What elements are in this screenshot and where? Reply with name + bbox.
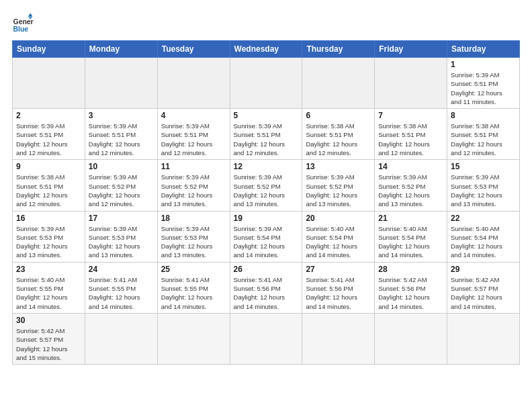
day-info: Sunrise: 5:38 AMSunset: 5:51 PMDaylight:… [451,122,516,157]
calendar-cell: 14Sunrise: 5:39 AMSunset: 5:52 PMDayligh… [375,160,447,211]
calendar-cell: 25Sunrise: 5:41 AMSunset: 5:55 PMDayligh… [157,262,230,313]
calendar-cell [230,313,302,364]
day-number: 22 [451,214,516,223]
day-info: Sunrise: 5:41 AMSunset: 5:55 PMDaylight:… [161,275,226,311]
day-number: 2 [16,111,81,120]
calendar-cell [230,58,302,109]
calendar-cell: 5Sunrise: 5:39 AMSunset: 5:51 PMDaylight… [230,109,302,160]
header: General Blue [12,12,520,34]
calendar-day-header: Saturday [447,41,520,58]
day-info: Sunrise: 5:41 AMSunset: 5:56 PMDaylight:… [234,275,299,311]
calendar-cell [85,313,157,364]
day-number: 19 [234,214,299,223]
day-number: 23 [16,265,81,274]
calendar-cell: 13Sunrise: 5:39 AMSunset: 5:52 PMDayligh… [302,160,375,211]
day-info: Sunrise: 5:38 AMSunset: 5:51 PMDaylight:… [16,173,81,208]
day-info: Sunrise: 5:39 AMSunset: 5:51 PMDaylight:… [234,122,299,157]
calendar-cell [375,58,447,109]
calendar-cell: 1Sunrise: 5:39 AMSunset: 5:51 PMDaylight… [447,58,520,109]
calendar-cell: 20Sunrise: 5:40 AMSunset: 5:54 PMDayligh… [302,211,375,262]
calendar-week-row: 16Sunrise: 5:39 AMSunset: 5:53 PMDayligh… [13,211,520,262]
calendar-cell: 16Sunrise: 5:39 AMSunset: 5:53 PMDayligh… [13,211,85,262]
day-number: 14 [378,162,443,171]
day-number: 15 [451,162,516,171]
day-number: 27 [306,265,371,274]
calendar-week-row: 23Sunrise: 5:40 AMSunset: 5:55 PMDayligh… [13,262,520,313]
calendar-cell: 2Sunrise: 5:39 AMSunset: 5:51 PMDaylight… [13,109,85,160]
calendar-cell: 28Sunrise: 5:42 AMSunset: 5:56 PMDayligh… [375,262,447,313]
calendar-cell: 29Sunrise: 5:42 AMSunset: 5:57 PMDayligh… [447,262,520,313]
day-info: Sunrise: 5:39 AMSunset: 5:53 PMDaylight:… [451,173,516,208]
day-number: 29 [451,265,516,274]
generalblue-logo-icon: General Blue [12,12,34,34]
day-info: Sunrise: 5:42 AMSunset: 5:57 PMDaylight:… [451,275,516,311]
calendar-cell: 18Sunrise: 5:39 AMSunset: 5:53 PMDayligh… [157,211,230,262]
day-number: 12 [234,162,299,171]
calendar-day-header: Monday [85,41,157,58]
day-number: 9 [16,162,81,171]
day-info: Sunrise: 5:39 AMSunset: 5:53 PMDaylight:… [89,224,154,260]
calendar-week-row: 1Sunrise: 5:39 AMSunset: 5:51 PMDaylight… [13,58,520,109]
day-number: 28 [378,265,443,274]
calendar-cell: 22Sunrise: 5:40 AMSunset: 5:54 PMDayligh… [447,211,520,262]
calendar-cell: 17Sunrise: 5:39 AMSunset: 5:53 PMDayligh… [85,211,157,262]
calendar-cell [375,313,447,364]
calendar-day-header: Wednesday [230,41,302,58]
day-number: 25 [161,265,226,274]
calendar-week-row: 2Sunrise: 5:39 AMSunset: 5:51 PMDaylight… [13,109,520,160]
day-info: Sunrise: 5:42 AMSunset: 5:57 PMDaylight:… [16,326,81,362]
day-info: Sunrise: 5:42 AMSunset: 5:56 PMDaylight:… [378,275,443,311]
calendar-cell [13,58,85,109]
calendar-cell: 15Sunrise: 5:39 AMSunset: 5:53 PMDayligh… [447,160,520,211]
day-number: 3 [89,111,154,120]
calendar-week-row: 9Sunrise: 5:38 AMSunset: 5:51 PMDaylight… [13,160,520,211]
calendar-cell [157,58,230,109]
day-info: Sunrise: 5:39 AMSunset: 5:53 PMDaylight:… [16,224,81,260]
day-number: 24 [89,265,154,274]
calendar-cell: 3Sunrise: 5:39 AMSunset: 5:51 PMDaylight… [85,109,157,160]
day-info: Sunrise: 5:40 AMSunset: 5:55 PMDaylight:… [16,275,81,311]
day-info: Sunrise: 5:39 AMSunset: 5:51 PMDaylight:… [89,122,154,157]
calendar-day-header: Tuesday [157,41,230,58]
logo: General Blue [12,12,34,34]
calendar-cell: 21Sunrise: 5:40 AMSunset: 5:54 PMDayligh… [375,211,447,262]
calendar-cell: 26Sunrise: 5:41 AMSunset: 5:56 PMDayligh… [230,262,302,313]
day-info: Sunrise: 5:39 AMSunset: 5:52 PMDaylight:… [89,173,154,208]
calendar-cell: 10Sunrise: 5:39 AMSunset: 5:52 PMDayligh… [85,160,157,211]
calendar-week-row: 30Sunrise: 5:42 AMSunset: 5:57 PMDayligh… [13,313,520,364]
calendar-cell: 24Sunrise: 5:41 AMSunset: 5:55 PMDayligh… [85,262,157,313]
calendar-header-row: SundayMondayTuesdayWednesdayThursdayFrid… [13,41,520,58]
day-number: 17 [89,214,154,223]
svg-marker-2 [28,13,32,17]
svg-text:Blue: Blue [13,26,29,33]
day-info: Sunrise: 5:40 AMSunset: 5:54 PMDaylight:… [306,224,371,260]
day-number: 13 [306,162,371,171]
calendar-day-header: Friday [375,41,447,58]
calendar-cell [302,313,375,364]
day-number: 6 [306,111,371,120]
day-number: 30 [16,316,81,325]
day-info: Sunrise: 5:39 AMSunset: 5:52 PMDaylight:… [161,173,226,208]
calendar-cell [85,58,157,109]
day-number: 7 [378,111,443,120]
day-info: Sunrise: 5:39 AMSunset: 5:51 PMDaylight:… [16,122,81,157]
calendar-day-header: Sunday [13,41,85,58]
calendar-cell: 9Sunrise: 5:38 AMSunset: 5:51 PMDaylight… [13,160,85,211]
day-number: 8 [451,111,516,120]
calendar-cell [447,313,520,364]
calendar-cell: 30Sunrise: 5:42 AMSunset: 5:57 PMDayligh… [13,313,85,364]
day-info: Sunrise: 5:39 AMSunset: 5:51 PMDaylight:… [161,122,226,157]
day-number: 5 [234,111,299,120]
calendar-cell [302,58,375,109]
page: General Blue SundayMondayTuesdayWednesda… [0,0,532,411]
calendar-cell: 27Sunrise: 5:41 AMSunset: 5:56 PMDayligh… [302,262,375,313]
day-number: 18 [161,214,226,223]
calendar-day-header: Thursday [302,41,375,58]
day-number: 21 [378,214,443,223]
calendar-cell: 7Sunrise: 5:38 AMSunset: 5:51 PMDaylight… [375,109,447,160]
calendar-table: SundayMondayTuesdayWednesdayThursdayFrid… [12,40,520,365]
calendar-cell [157,313,230,364]
calendar-cell: 12Sunrise: 5:39 AMSunset: 5:52 PMDayligh… [230,160,302,211]
calendar-cell: 4Sunrise: 5:39 AMSunset: 5:51 PMDaylight… [157,109,230,160]
day-info: Sunrise: 5:41 AMSunset: 5:55 PMDaylight:… [89,275,154,311]
